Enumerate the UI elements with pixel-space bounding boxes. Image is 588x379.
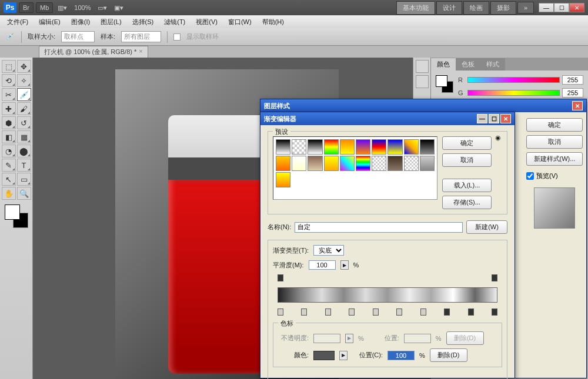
type-tool[interactable]: T xyxy=(17,159,31,172)
preset-swatch[interactable] xyxy=(404,156,419,171)
menu-window[interactable]: 窗口(W) xyxy=(223,16,256,28)
ge-min[interactable]: — xyxy=(477,114,487,123)
preset-swatch[interactable] xyxy=(356,139,370,155)
styles-tab[interactable]: 样式 xyxy=(480,58,505,71)
gradient-editor-titlebar[interactable]: 渐变编辑器 — ☐ ✕ xyxy=(260,112,514,125)
color-stop[interactable] xyxy=(420,308,426,316)
preset-swatch[interactable] xyxy=(387,156,402,171)
pen-tool[interactable]: ✎ xyxy=(2,159,16,172)
ls-cancel-button[interactable]: 取消 xyxy=(526,135,583,149)
menu-image[interactable]: 图像(I) xyxy=(66,16,95,28)
new-gradient-button[interactable]: 新建(W) xyxy=(466,220,507,234)
preset-swatch[interactable] xyxy=(340,156,355,171)
gradient-bar[interactable] xyxy=(278,287,497,303)
stamp-tool[interactable]: ⬢ xyxy=(2,116,16,129)
name-input[interactable] xyxy=(295,222,463,233)
crop-tool[interactable]: ✂ xyxy=(2,88,16,101)
grad-type-select[interactable]: 实底 xyxy=(313,245,344,256)
lasso-tool[interactable]: ⟲ xyxy=(2,74,16,87)
menu-layer[interactable]: 图层(L) xyxy=(96,16,126,28)
workspace-more[interactable]: » xyxy=(517,2,534,14)
hand-tool[interactable]: ✋ xyxy=(2,187,16,200)
preset-swatch[interactable] xyxy=(420,156,435,171)
foreground-color[interactable] xyxy=(5,204,20,220)
color-stop[interactable] xyxy=(444,308,450,316)
delete-color-stop[interactable]: 删除(D) xyxy=(430,348,467,362)
eyedropper-tool[interactable]: 💉 xyxy=(17,88,31,101)
preset-swatch[interactable] xyxy=(276,156,290,171)
preset-swatch[interactable] xyxy=(308,156,322,171)
zoom-tool[interactable]: 🔍 xyxy=(17,187,31,200)
color-stop[interactable] xyxy=(373,308,379,316)
preset-swatch[interactable] xyxy=(372,139,386,155)
stop-color-chip[interactable] xyxy=(313,351,335,360)
color-tab[interactable]: 颜色 xyxy=(431,58,456,71)
close-tab-icon[interactable]: × xyxy=(139,48,142,56)
sample-select[interactable]: 所有图层 xyxy=(121,31,161,42)
move-tool[interactable]: ⬚ xyxy=(2,60,16,73)
window-maximize[interactable]: ☐ xyxy=(554,3,569,12)
pos2-input[interactable]: 100 xyxy=(387,351,415,360)
workspace-design[interactable]: 设计 xyxy=(436,1,462,15)
preset-swatch[interactable] xyxy=(276,139,290,155)
menu-filter[interactable]: 滤镜(T) xyxy=(159,16,190,28)
color-stop[interactable] xyxy=(325,308,331,316)
color-stop[interactable] xyxy=(468,308,474,316)
sample-size-select[interactable]: 取样点 xyxy=(61,31,95,42)
dock-icon[interactable] xyxy=(416,60,429,73)
preset-swatch[interactable] xyxy=(324,156,339,171)
ge-max[interactable]: ☐ xyxy=(489,114,499,123)
smooth-value[interactable]: 100 xyxy=(309,260,336,270)
preset-swatch[interactable] xyxy=(404,139,419,155)
show-ring-checkbox[interactable] xyxy=(173,33,181,41)
window-minimize[interactable]: — xyxy=(539,3,554,12)
ge-ok-button[interactable]: 确定 xyxy=(442,136,492,150)
preset-grid[interactable] xyxy=(273,136,437,200)
history-brush-tool[interactable]: ↺ xyxy=(17,116,31,129)
blur-tool[interactable]: ◔ xyxy=(2,145,16,157)
r-slider[interactable] xyxy=(467,77,560,83)
ls-newstyle-button[interactable]: 新建样式(W)... xyxy=(526,152,583,166)
marquee-tool[interactable]: ✥ xyxy=(17,60,31,73)
g-value[interactable]: 255 xyxy=(562,88,583,98)
ge-load-button[interactable]: 载入(L)... xyxy=(442,179,492,192)
ge-cancel-button[interactable]: 取消 xyxy=(442,153,492,167)
layer-style-titlebar[interactable]: 图层样式 ✕ xyxy=(260,99,586,112)
workspace-essentials[interactable]: 基本功能 xyxy=(396,1,435,15)
opacity-stop[interactable] xyxy=(278,274,283,281)
ge-save-button[interactable]: 存储(S)... xyxy=(442,196,492,209)
screen-mode-icon[interactable]: ▥▾ xyxy=(55,3,69,13)
healing-tool[interactable]: ✚ xyxy=(2,102,16,115)
preset-swatch[interactable] xyxy=(387,139,402,155)
color-stop[interactable] xyxy=(349,308,355,316)
g-slider[interactable] xyxy=(467,90,560,96)
preset-swatch[interactable] xyxy=(308,139,322,155)
brush-tool[interactable]: 🖌 xyxy=(17,102,31,115)
wand-tool[interactable]: ✧ xyxy=(17,74,31,87)
preset-swatch[interactable] xyxy=(276,172,290,187)
ge-close[interactable]: ✕ xyxy=(500,114,511,123)
ls-preview-checkbox[interactable] xyxy=(526,172,534,180)
color-swatches[interactable] xyxy=(5,204,28,228)
preset-swatch[interactable] xyxy=(420,139,435,155)
layer-style-close[interactable]: ✕ xyxy=(572,101,583,110)
path-tool[interactable]: ↖ xyxy=(2,173,16,186)
dock-icon[interactable] xyxy=(416,75,429,88)
panel-swatch[interactable] xyxy=(436,75,453,93)
color-stop[interactable] xyxy=(301,308,307,316)
menu-view[interactable]: 视图(V) xyxy=(191,16,222,28)
preset-swatch[interactable] xyxy=(356,156,370,171)
opacity-stop[interactable] xyxy=(492,274,497,281)
workspace-photo[interactable]: 摄影 xyxy=(490,1,516,15)
color-stop[interactable] xyxy=(278,308,283,316)
zoom-level[interactable]: 100% xyxy=(72,3,93,12)
preset-swatch[interactable] xyxy=(292,139,306,155)
arrange-icon[interactable]: ▭▾ xyxy=(95,3,109,13)
window-close[interactable]: ✕ xyxy=(569,3,584,12)
r-value[interactable]: 255 xyxy=(562,75,583,85)
swatches-tab[interactable]: 色板 xyxy=(456,58,480,71)
workspace-painting[interactable]: 绘画 xyxy=(463,1,489,15)
smooth-stepper[interactable]: ▶ xyxy=(340,260,349,270)
tb-mb[interactable]: Mb xyxy=(36,2,53,13)
color-stepper[interactable]: ▶ xyxy=(339,351,348,360)
